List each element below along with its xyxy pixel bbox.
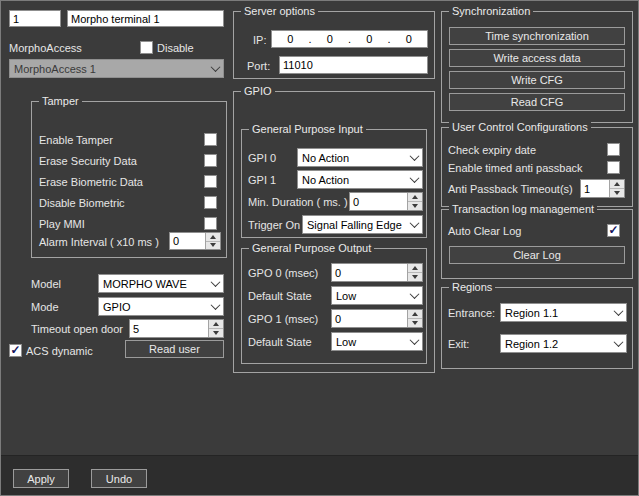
- morphoaccess-label: MorphoAccess: [9, 42, 82, 55]
- spin-up-icon[interactable]: [408, 310, 422, 319]
- gpi1-label: GPI 1: [248, 174, 276, 187]
- ip-octet-4: 0: [406, 33, 412, 45]
- spin-up-icon[interactable]: [408, 264, 422, 273]
- gpo1-value: 0: [332, 310, 407, 327]
- timeout-open-door-stepper[interactable]: 5: [129, 319, 224, 338]
- undo-button[interactable]: Undo: [91, 469, 147, 488]
- spin-up-icon[interactable]: [206, 233, 220, 242]
- port-field[interactable]: [279, 56, 428, 74]
- erase-biometric-data-label: Erase Biometric Data: [39, 176, 143, 189]
- mode-label: Mode: [31, 301, 59, 314]
- entrance-region-value: Region 1.1: [505, 307, 610, 319]
- transaction-log-group: Transaction log management: [441, 209, 633, 279]
- trigger-on-select[interactable]: Signal Falling Edge: [302, 215, 423, 234]
- default-state-0-value: Low: [336, 290, 406, 302]
- default-state-0-select[interactable]: Low: [331, 286, 423, 305]
- spin-down-icon[interactable]: [408, 273, 422, 281]
- exit-region-select[interactable]: Region 1.2: [500, 334, 627, 353]
- ip-octet-1: 0: [287, 33, 293, 45]
- spin-down-icon[interactable]: [610, 189, 624, 197]
- mode-select-value: GPIO: [103, 301, 207, 313]
- chevron-down-icon: [406, 333, 422, 350]
- gpi0-select-value: No Action: [302, 152, 406, 164]
- check-expiry-date-checkbox[interactable]: [607, 143, 620, 156]
- gpo1-stepper[interactable]: 0: [331, 309, 423, 328]
- ip-label: IP:: [253, 34, 266, 47]
- chevron-down-icon: [610, 304, 626, 321]
- terminal-name-field[interactable]: [67, 10, 224, 27]
- device-select-value: MorphoAccess 1: [14, 63, 207, 75]
- disable-label: Disable: [157, 42, 194, 55]
- enable-tamper-checkbox[interactable]: [204, 133, 217, 146]
- server-options-group-title: Server options: [241, 5, 318, 17]
- trigger-on-label: Trigger On: [248, 219, 300, 232]
- user-control-group-title: User Control Configurations: [449, 121, 591, 133]
- model-select-value: MORPHO WAVE: [103, 278, 207, 290]
- min-duration-value: 0: [350, 193, 407, 210]
- trigger-on-select-value: Signal Falling Edge: [307, 219, 406, 231]
- stepper-buttons: [407, 310, 422, 327]
- alarm-interval-stepper[interactable]: 0: [169, 232, 221, 250]
- gpo0-stepper[interactable]: 0: [331, 263, 423, 282]
- chevron-down-icon: [207, 298, 223, 315]
- time-synchronization-button[interactable]: Time synchronization: [449, 27, 625, 45]
- regions-group-title: Regions: [449, 281, 495, 293]
- gpo0-value: 0: [332, 264, 407, 281]
- default-state-1-value: Low: [336, 336, 406, 348]
- entrance-region-select[interactable]: Region 1.1: [500, 303, 627, 322]
- ip-octet-2: 0: [327, 33, 333, 45]
- mode-select[interactable]: GPIO: [98, 297, 224, 316]
- stepper-buttons: [407, 193, 422, 210]
- chevron-down-icon: [207, 275, 223, 292]
- acs-dynamic-checkbox[interactable]: [9, 344, 22, 357]
- model-label: Model: [31, 278, 61, 291]
- auto-clear-log-checkbox[interactable]: [607, 224, 620, 237]
- spin-up-icon[interactable]: [610, 180, 624, 189]
- disable-checkbox[interactable]: [140, 41, 153, 54]
- gpi1-select[interactable]: No Action: [297, 170, 423, 189]
- entrance-label: Entrance:: [448, 307, 495, 320]
- general-purpose-input-title: General Purpose Input: [249, 123, 366, 135]
- min-duration-stepper[interactable]: 0: [349, 192, 423, 211]
- exit-region-value: Region 1.2: [505, 338, 610, 350]
- read-cfg-button[interactable]: Read CFG: [449, 93, 625, 111]
- erase-security-data-checkbox[interactable]: [204, 154, 217, 167]
- chevron-down-icon: [207, 60, 223, 77]
- disable-biometric-checkbox[interactable]: [204, 196, 217, 209]
- spin-down-icon[interactable]: [209, 329, 223, 337]
- default-state-1-select[interactable]: Low: [331, 332, 423, 351]
- write-access-data-button[interactable]: Write access data: [449, 49, 625, 67]
- chevron-down-icon: [406, 216, 422, 233]
- timeout-open-door-label: Timeout open door: [31, 323, 123, 336]
- chevron-down-icon: [610, 335, 626, 352]
- apply-button[interactable]: Apply: [13, 469, 69, 488]
- stepper-buttons: [407, 264, 422, 281]
- terminal-config-panel: MorphoAccess Disable MorphoAccess 1 Tamp…: [0, 0, 639, 496]
- spin-down-icon[interactable]: [408, 202, 422, 210]
- clear-log-button[interactable]: Clear Log: [449, 246, 625, 264]
- spin-down-icon[interactable]: [408, 319, 422, 327]
- write-cfg-button[interactable]: Write CFG: [449, 71, 625, 89]
- chevron-down-icon: [406, 149, 422, 166]
- min-duration-label: Min. Duration ( ms. ): [248, 196, 348, 209]
- terminal-id-field[interactable]: [9, 10, 61, 27]
- play-mmi-label: Play MMI: [39, 218, 85, 231]
- chevron-down-icon: [406, 287, 422, 304]
- spin-up-icon[interactable]: [408, 193, 422, 202]
- spin-up-icon[interactable]: [209, 320, 223, 329]
- play-mmi-checkbox[interactable]: [204, 217, 217, 230]
- tamper-group-title: Tamper: [39, 95, 82, 107]
- gpi0-select[interactable]: No Action: [297, 148, 423, 167]
- enable-timed-anti-passback-checkbox[interactable]: [607, 161, 620, 174]
- gpio-group-title: GPIO: [241, 85, 275, 97]
- ip-field[interactable]: 0 . 0 . 0 . 0: [271, 30, 428, 48]
- read-user-button[interactable]: Read user: [125, 340, 224, 358]
- gpi1-select-value: No Action: [302, 174, 406, 186]
- model-select[interactable]: MORPHO WAVE: [98, 274, 224, 293]
- anti-passback-timeout-stepper[interactable]: 1: [580, 179, 625, 198]
- regions-group: Regions: [441, 287, 633, 369]
- spin-down-icon[interactable]: [206, 242, 220, 250]
- ip-dot: .: [308, 33, 311, 45]
- device-select[interactable]: MorphoAccess 1: [9, 59, 224, 78]
- erase-biometric-data-checkbox[interactable]: [204, 175, 217, 188]
